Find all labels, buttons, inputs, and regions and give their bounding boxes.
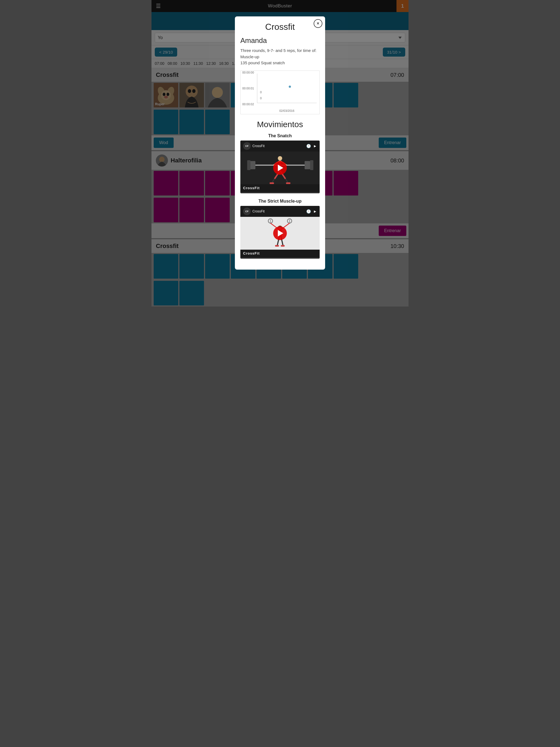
progress-bar-muscleup — [240, 258, 320, 259]
video-bottombar-muscleup: CrossFit — [240, 250, 320, 257]
chart-y-label-2: 00:00:02 — [242, 103, 254, 106]
modal-close-button[interactable]: × — [314, 19, 322, 28]
svg-rect-20 — [247, 160, 251, 170]
svg-rect-22 — [310, 160, 313, 170]
video-img-muscleup — [240, 217, 320, 250]
chart-y-label-1: 00:00:01 — [242, 87, 254, 90]
svg-rect-19 — [250, 161, 255, 169]
video-thumbnail-muscleup[interactable]: CF CrossFit 🕐 ► — [240, 206, 320, 259]
video-channel-muscleup: CrossFit — [252, 209, 265, 213]
svg-rect-31 — [270, 182, 274, 184]
crossfit-logo-text-muscleup: CrossFit — [243, 251, 260, 255]
chart-y-label-0: 00:00:00 — [242, 71, 254, 74]
video-bottombar-snatch: CrossFit — [240, 184, 320, 192]
movimientos-title: Movimientos — [240, 120, 320, 129]
chart-y-labels: 00:00:00 00:00:01 00:00:02 — [242, 71, 254, 106]
progress-bar-snatch — [240, 192, 320, 193]
video-logo-muscleup: CF CrossFit — [243, 208, 265, 215]
modal-dialog: × Crossfit Amanda Three rounds, 9-7- and… — [235, 17, 325, 269]
video-topbar-muscleup: CF CrossFit 🕐 ► — [240, 206, 320, 217]
crossfit-icon-muscleup: CF — [243, 208, 251, 215]
clock-icon-snatch: 🕐 — [306, 144, 311, 148]
svg-point-23 — [278, 156, 282, 160]
svg-rect-21 — [305, 161, 310, 169]
svg-rect-44 — [275, 245, 279, 247]
crossfit-logo-text-snatch: CrossFit — [243, 186, 260, 190]
share-icon-muscleup: ► — [313, 209, 317, 213]
crossfit-icon-snatch: CF — [243, 142, 251, 150]
play-button-muscleup[interactable] — [273, 226, 287, 240]
video-section-snatch: The Snatch CF CrossFit 🕐 ► — [240, 133, 320, 193]
clock-icon-muscleup: 🕐 — [306, 209, 311, 213]
video-topbar-snatch: CF CrossFit 🕐 ► — [240, 140, 320, 152]
svg-rect-32 — [286, 182, 290, 184]
share-icon-snatch: ► — [313, 144, 317, 148]
play-button-snatch[interactable] — [273, 161, 287, 175]
video-icons-muscleup: 🕐 ► — [306, 209, 317, 213]
modal-workout-name: Amanda — [240, 36, 320, 45]
video-label-muscleup: The Strict Muscle-up — [240, 199, 320, 204]
modal-chart: 00:00:00 00:00:01 00:00:02 0 0 02/03/201… — [240, 71, 320, 114]
video-channel-snatch: CrossFit — [252, 144, 265, 148]
video-img-snatch — [240, 152, 320, 184]
modal-title: Crossfit — [240, 22, 320, 32]
video-thumbnail-snatch[interactable]: CF CrossFit 🕐 ► — [240, 140, 320, 193]
modal-content: Crossfit Amanda Three rounds, 9-7- and 5… — [235, 17, 325, 269]
video-section-muscleup: The Strict Muscle-up CF CrossFit 🕐 ► — [240, 199, 320, 259]
video-label-snatch: The Snatch — [240, 133, 320, 138]
svg-rect-45 — [281, 245, 285, 247]
video-icons-snatch: 🕐 ► — [306, 144, 317, 148]
modal-description: Three rounds, 9-7- and 5 reps, for time … — [240, 48, 320, 66]
modal-overlay[interactable]: × Crossfit Amanda Three rounds, 9-7- and… — [152, 0, 408, 308]
chart-x-label: 02/03/2016 — [257, 109, 316, 112]
video-logo-snatch: CF CrossFit — [243, 142, 265, 150]
